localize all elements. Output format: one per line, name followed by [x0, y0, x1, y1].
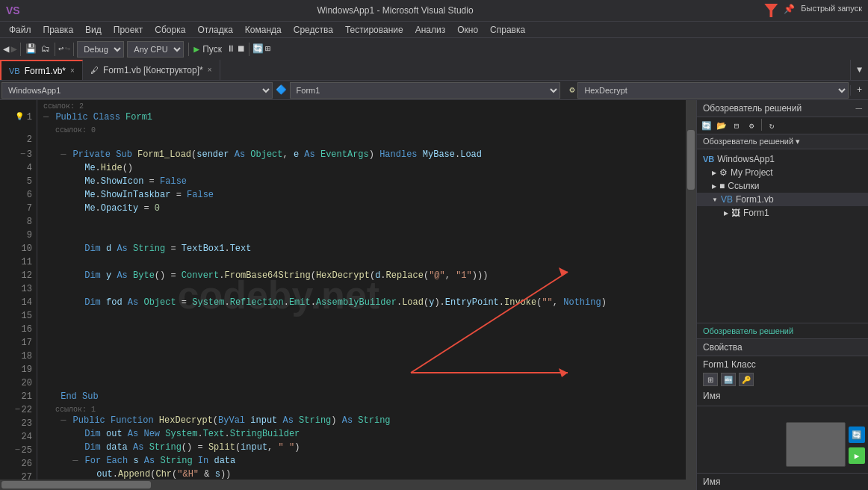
menu-help[interactable]: Справка	[484, 23, 531, 37]
collapse-icon-22[interactable]: ─	[61, 415, 66, 426]
back-btn[interactable]: ◀	[3, 43, 9, 55]
code-line-4[interactable]: Me.Hide()	[43, 161, 680, 175]
toolbar-sep1	[20, 43, 21, 56]
undo-btn[interactable]: ↩	[58, 43, 63, 55]
pin-icon[interactable]: 📌	[784, 4, 795, 17]
prop-alphabetical-btn[interactable]: 🔤	[721, 373, 736, 386]
tree-item-myproject[interactable]: ▶ ⚙ My Project	[697, 166, 868, 179]
object-select[interactable]: WindowsApp1	[1, 82, 273, 99]
code-line-8[interactable]	[43, 215, 680, 229]
code-line-6[interactable]: Me.ShowInTaskbar = False	[43, 188, 680, 202]
scrollbar-thumb[interactable]	[687, 130, 695, 190]
sol-show-files-btn[interactable]: 📂	[715, 119, 728, 132]
code-line-1[interactable]: ─ Public Class Form1	[43, 111, 680, 124]
sol-refresh-btn[interactable]: ↻	[765, 119, 778, 132]
menu-build[interactable]: Сборка	[149, 23, 191, 37]
run-btn[interactable]: ▶ Пуск	[193, 43, 222, 55]
tab-form1-vb[interactable]: VB Form1.vb* ×	[0, 60, 83, 80]
forward-btn[interactable]: ▶	[10, 43, 16, 55]
collapse-icon-3[interactable]: ─	[61, 149, 66, 160]
code-line-17[interactable]	[43, 336, 680, 350]
nav-expand-btn[interactable]: +	[850, 85, 868, 96]
solution-close-icon[interactable]: ─	[855, 103, 862, 114]
line-num-13: 13	[0, 282, 37, 296]
filter-icon[interactable]	[764, 4, 778, 17]
prop-key-icon[interactable]: 🔑	[739, 373, 754, 386]
code-content[interactable]: ссылок: 2 ─ Public Class Form1 ссылок: 0…	[37, 100, 686, 480]
code-line-9[interactable]	[43, 229, 680, 242]
tree-item-references[interactable]: ▶ ■ Ссылки	[697, 179, 868, 193]
main-content: codeby.net 💡 1 2	[0, 100, 868, 490]
code-line-11[interactable]	[43, 255, 680, 269]
tab-form1-designer[interactable]: 🖋 Form1.vb [Конструктор]* ×	[83, 60, 220, 80]
solution-explorer-second-header: Обозреватель решений ▾	[697, 134, 868, 149]
arrow-right-icon3: ▶	[724, 210, 728, 217]
toolbar-sep5	[249, 43, 249, 56]
sol-sync-btn[interactable]: 🔄	[700, 119, 713, 132]
menu-file[interactable]: Файл	[3, 23, 37, 37]
code-line-23[interactable]: Dim out As New System.Text.StringBuilder	[43, 427, 680, 441]
tree-item-windowsapp1[interactable]: VB WindowsApp1	[697, 152, 868, 166]
method-select[interactable]: HexDecrypt	[577, 82, 849, 99]
tab-form1-designer-close[interactable]: ×	[208, 66, 212, 74]
sol-collapse-btn[interactable]: ⊟	[730, 119, 743, 132]
code-line-14[interactable]: Dim fod As Object = System.Reflection.Em…	[43, 296, 680, 309]
code-line-10[interactable]: Dim d As String = TextBox1.Text	[43, 242, 680, 255]
code-line-16[interactable]	[43, 323, 680, 336]
menu-analyze[interactable]: Анализ	[409, 23, 452, 37]
sol-properties-btn[interactable]: ⚙	[745, 119, 758, 132]
code-line-25[interactable]: ─ For Each s As String In data	[43, 454, 680, 468]
code-line-12[interactable]: Dim y As Byte() = Convert.FromBase64Stri…	[43, 269, 680, 282]
code-line-19[interactable]	[43, 363, 680, 376]
prop-categorized-btn[interactable]: ⊞	[703, 373, 718, 386]
code-editor[interactable]: codeby.net 💡 1 2	[0, 100, 696, 490]
code-line-3[interactable]: ─ Private Sub Form1_Load(sender As Objec…	[43, 148, 680, 161]
code-line-5[interactable]: Me.ShowIcon = False	[43, 175, 680, 188]
code-line-2[interactable]	[43, 134, 680, 148]
more-btn[interactable]: ⊞	[265, 43, 270, 55]
redo-btn[interactable]: ↪	[65, 43, 70, 55]
save-btn[interactable]: 💾	[24, 43, 38, 55]
code-line-24[interactable]: Dim data As String() = Split(input, " ")	[43, 441, 680, 454]
code-line-20[interactable]	[43, 376, 680, 390]
form-select[interactable]: Form1	[290, 82, 561, 99]
tab-form1-vb-close[interactable]: ×	[70, 66, 75, 75]
pause-btn[interactable]: ⏸	[226, 43, 235, 55]
editor-scroll-area[interactable]: 💡 1 2 ─ 3 4 5 6 7 8 9 10 11 12	[0, 100, 696, 480]
code-line-22[interactable]: ─ Public Function HexDecrypt(ByVal input…	[43, 414, 680, 427]
debug-mode-select[interactable]: Debug	[77, 41, 124, 58]
line-num-8: 8	[0, 215, 37, 229]
line-num-5: 5	[0, 175, 37, 188]
stop-btn[interactable]: ⏹	[237, 43, 246, 55]
code-line-13[interactable]	[43, 282, 680, 296]
collapse-icon-1[interactable]: ─	[43, 112, 49, 122]
code-line-21[interactable]: End Sub	[43, 390, 680, 403]
code-line-26[interactable]: out.Append(Chr("&H" & s))	[43, 468, 680, 480]
menu-view[interactable]: Вид	[79, 23, 108, 37]
menu-project[interactable]: Проект	[108, 23, 149, 37]
line-num-18: 18	[0, 350, 37, 363]
code-line-15[interactable]	[43, 309, 680, 323]
menu-window[interactable]: Окно	[451, 23, 484, 37]
refresh-btn[interactable]: 🔄	[252, 43, 264, 55]
menu-edit[interactable]: Правка	[37, 23, 80, 37]
mini-window-icon1[interactable]: 🔄	[849, 427, 865, 443]
properties-content: Form1 Класс ⊞ 🔤 🔑 Имя	[697, 356, 868, 406]
code-line-18[interactable]	[43, 350, 680, 363]
menu-test[interactable]: Тестирование	[339, 23, 409, 37]
collapse-icon-25[interactable]: ─	[72, 456, 78, 466]
menu-team[interactable]: Команда	[239, 23, 288, 37]
save-all-btn[interactable]: 🗂	[40, 43, 52, 55]
editor-hscrollbar[interactable]	[0, 480, 696, 490]
platform-select[interactable]: Any CPU	[127, 41, 184, 58]
menu-tools[interactable]: Средства	[288, 23, 339, 37]
editor-scrollbar[interactable]	[686, 100, 696, 480]
solution-explorer-link[interactable]: Обозреватель решений	[697, 323, 868, 338]
mini-window-icon2[interactable]: ▶	[849, 447, 865, 464]
tab-dropdown-btn[interactable]: ▼	[850, 60, 868, 80]
tree-item-form1[interactable]: ▶ 🖼 Form1	[697, 206, 868, 220]
code-line-7[interactable]: Me.Opacity = 0	[43, 202, 680, 215]
tree-item-form1vb[interactable]: ▼ VB Form1.vb	[697, 193, 868, 206]
menu-debug[interactable]: Отладка	[191, 23, 238, 37]
hscrollbar-thumb[interactable]	[1, 481, 151, 489]
